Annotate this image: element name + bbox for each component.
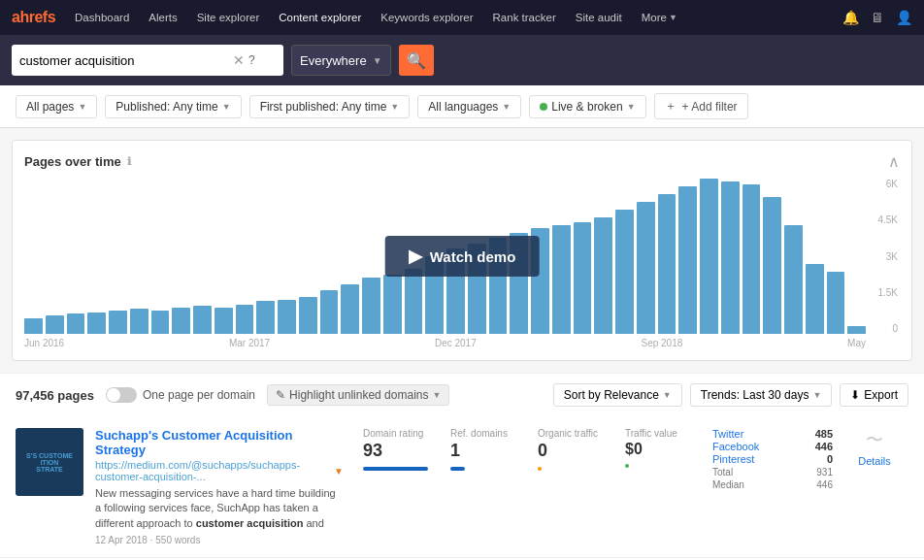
social-totals: Total 931	[712, 467, 833, 478]
live-broken-filter[interactable]: Live & broken ▼	[529, 95, 645, 118]
languages-arrow-icon: ▼	[502, 102, 511, 112]
pinterest-label: Pinterest	[712, 453, 754, 465]
median-value: 446	[816, 479, 833, 490]
chart-y-labels: 6K 4.5K 3K 1.5K 0	[871, 179, 900, 334]
facebook-value: 446	[815, 441, 833, 452]
result-title[interactable]: Suchapp's Customer Acquisition Strategy	[95, 428, 344, 457]
highlight-unlinked-button[interactable]: ✎ Highlight unlinked domains ▼	[267, 384, 449, 406]
live-broken-arrow-icon: ▼	[627, 102, 636, 112]
one-per-domain-toggle[interactable]	[106, 387, 137, 403]
published-filter[interactable]: Published: Any time ▼	[105, 95, 241, 118]
chart-bar	[742, 184, 761, 334]
social-stats-col: Twitter 485 Facebook 446 Pinterest 0 Tot…	[705, 428, 841, 490]
sort-by-relevance-button[interactable]: Sort by Relevance ▼	[553, 383, 682, 407]
sort-arrow-icon: ▼	[663, 390, 672, 400]
chart-bar	[151, 311, 170, 334]
chart-bar	[658, 194, 676, 334]
collapse-chart-button[interactable]: ∧	[888, 152, 900, 171]
chart-bar	[827, 272, 845, 334]
results-left: 97,456 pages One page per domain ✎ Highl…	[16, 384, 449, 406]
chart-info-icon[interactable]: ℹ	[127, 155, 131, 168]
chart-bar	[700, 179, 718, 334]
organic-traffic-bar	[538, 467, 542, 471]
result-stats: Domain rating 93 Ref. domains 1 Organic …	[355, 428, 908, 545]
one-per-domain-toggle-wrap: One page per domain	[106, 387, 255, 403]
chart-bar	[299, 297, 317, 334]
chart-x-labels: Jun 2016 Mar 2017 Dec 2017 Sep 2018 May	[24, 334, 900, 348]
facebook-row: Facebook 446	[712, 441, 833, 452]
chart-bar	[405, 269, 423, 334]
organic-traffic-label: Organic traffic	[538, 428, 610, 439]
search-icon: 🔍	[407, 51, 426, 70]
chart-bar	[87, 313, 106, 334]
search-input[interactable]	[19, 53, 233, 68]
clear-search-icon[interactable]: ✕	[233, 52, 245, 68]
social-median: Median 446	[712, 479, 833, 490]
chart-bar	[278, 300, 296, 334]
total-value: 931	[816, 467, 833, 478]
nav-dashboard[interactable]: Dashboard	[67, 8, 137, 27]
first-published-filter[interactable]: First published: Any time ▼	[249, 95, 411, 118]
organic-traffic-col: Organic traffic 0	[530, 428, 617, 471]
bell-icon[interactable]: 🔔	[842, 10, 859, 25]
top-navigation: ahrefs Dashboard Alerts Site explorer Co…	[0, 0, 924, 35]
traffic-value-value: $0	[625, 441, 697, 458]
chart-bar	[763, 197, 781, 334]
nav-content-explorer[interactable]: Content explorer	[271, 8, 369, 27]
details-button[interactable]: Details	[858, 455, 891, 467]
ref-domains-col: Ref. domains 1	[443, 428, 530, 471]
chart-area: 6K 4.5K 3K 1.5K 0 ▶ Watch demo	[24, 179, 900, 334]
chart-bar	[615, 210, 634, 334]
watch-demo-button[interactable]: ▶ Watch demo	[385, 236, 540, 277]
pages-count: 97,456 pages	[16, 388, 94, 403]
location-select[interactable]: Everywhere ▼	[291, 45, 391, 76]
chart-bar	[193, 306, 212, 334]
nav-more[interactable]: More ▼	[634, 8, 685, 27]
chart-title: Pages over time ℹ	[24, 154, 131, 169]
add-filter-button[interactable]: ＋ + Add filter	[654, 93, 748, 119]
pinterest-value: 0	[827, 453, 833, 465]
search-help-icon[interactable]: ?	[248, 53, 255, 67]
result-url[interactable]: https://medium.com/@suchapps/suchapps-cu…	[95, 459, 330, 482]
domain-rating-label: Domain rating	[363, 428, 435, 439]
more-arrow-icon: ▼	[669, 13, 677, 22]
url-expand-icon[interactable]: ▼	[334, 466, 344, 477]
chart-bar	[574, 222, 592, 334]
total-label: Total	[712, 467, 733, 478]
filter-bar: All pages ▼ Published: Any time ▼ First …	[0, 85, 924, 128]
nav-keywords-explorer[interactable]: Keywords explorer	[373, 8, 480, 27]
facebook-label: Facebook	[712, 441, 759, 452]
trends-arrow-icon: ▼	[812, 390, 821, 400]
median-label: Median	[712, 479, 744, 490]
ref-domains-bar	[450, 467, 465, 471]
user-icon[interactable]: 👤	[896, 10, 912, 25]
languages-filter[interactable]: All languages ▼	[417, 95, 521, 118]
nav-alerts[interactable]: Alerts	[141, 8, 184, 27]
result-list: S'S CUSTOMEITIONSTRATE Suchapp's Custome…	[0, 416, 924, 560]
result-url-row: https://medium.com/@suchapps/suchapps-cu…	[95, 459, 344, 482]
chart-bar	[236, 305, 254, 334]
chart-bar	[24, 318, 43, 334]
chart-bar	[172, 308, 190, 334]
location-label: Everywhere	[300, 53, 367, 68]
nav-site-audit[interactable]: Site audit	[568, 8, 630, 27]
published-arrow-icon: ▼	[222, 102, 231, 112]
chart-bar	[637, 202, 655, 334]
highlight-arrow-icon: ▼	[432, 390, 441, 400]
pinterest-row: Pinterest 0	[712, 453, 833, 465]
result-description: New messaging services have a hard time …	[95, 486, 344, 531]
nav-rank-tracker[interactable]: Rank tracker	[485, 8, 564, 27]
all-pages-filter[interactable]: All pages ▼	[16, 95, 97, 118]
trend-icon: 〜	[866, 428, 883, 451]
export-button[interactable]: ⬇ Export	[840, 383, 908, 407]
monitor-icon[interactable]: 🖥	[871, 10, 884, 25]
chart-bar	[552, 225, 571, 334]
chart-bar	[109, 311, 127, 334]
trends-button[interactable]: Trends: Last 30 days ▼	[690, 383, 833, 407]
chart-bar	[256, 301, 275, 334]
nav-site-explorer[interactable]: Site explorer	[189, 8, 268, 27]
domain-rating-bar	[363, 467, 428, 471]
search-button[interactable]: 🔍	[399, 45, 434, 76]
result-item: S'S CUSTOMEITIONSTRATE Suchapp's Custome…	[0, 416, 924, 558]
highlight-icon: ✎	[276, 388, 285, 402]
